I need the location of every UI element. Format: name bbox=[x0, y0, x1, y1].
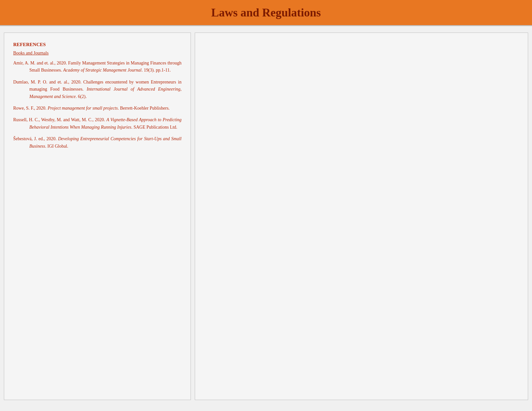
content-area: REFERENCES Books and Journals Amir, A. M… bbox=[0, 29, 532, 404]
reference-entry-russell: Russell, H. C., Westby, M. and Watt, M. … bbox=[13, 116, 182, 131]
page-header: Laws and Regulations bbox=[0, 0, 532, 26]
reference-entry-amir: Amir, A. M. and et. al., 2020. Family Ma… bbox=[13, 60, 182, 74]
reference-entry-rowe: Rowe, S. F., 2020. Project management fo… bbox=[13, 105, 182, 112]
left-panel: REFERENCES Books and Journals Amir, A. M… bbox=[4, 33, 191, 400]
right-panel bbox=[195, 33, 528, 400]
reference-entry-sebestova: Šebestová, J. ed., 2020. Developing Entr… bbox=[13, 135, 182, 150]
page-title: Laws and Regulations bbox=[6, 6, 526, 19]
references-heading: REFERENCES bbox=[13, 42, 182, 47]
books-journals-subheading: Books and Journals bbox=[13, 51, 182, 56]
reference-entry-dumlao: Dumlao, M. P. O. and et. al., 2020. Chal… bbox=[13, 79, 182, 100]
